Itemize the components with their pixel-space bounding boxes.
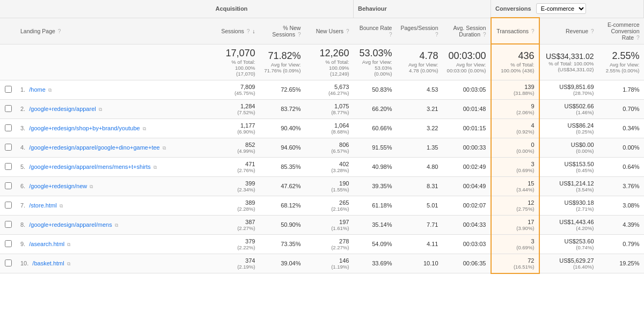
row-checkbox-cell[interactable]: [0, 254, 16, 273]
row-avg-session-value: 00:01:48: [463, 106, 486, 112]
row-num: 7.: [20, 202, 25, 209]
row-pct-new-sessions-cell: 39.04%: [259, 254, 305, 273]
row-checkbox[interactable]: [5, 105, 12, 112]
row-copy-icon[interactable]: ⧉: [143, 126, 146, 131]
row-ecom-rate-cell: 19.25%: [598, 254, 644, 273]
row-page-link[interactable]: /google+redesign/apparel/mens: [29, 221, 112, 228]
row-copy-icon[interactable]: ⧉: [48, 87, 52, 93]
row-page-link[interactable]: /basket.html: [32, 260, 64, 266]
row-landing-page-cell: 8. /google+redesign/apparel/mens ⧉: [16, 215, 211, 234]
row-page-link[interactable]: /asearch.html: [29, 241, 64, 247]
row-page-link[interactable]: /google+redesign/shop+by+brand/youtube: [29, 125, 140, 131]
row-new-users-cell: 806 (6.57%): [305, 138, 353, 157]
row-page-link[interactable]: /google+redesign/new: [29, 183, 87, 189]
row-checkbox[interactable]: [5, 202, 12, 209]
row-revenue-cell: US$930.18 (2.71%): [539, 196, 598, 215]
row-transactions-pct: (3.90%): [496, 225, 535, 231]
new-users-help-icon[interactable]: ?: [346, 28, 349, 34]
row-copy-icon[interactable]: ⧉: [163, 145, 166, 151]
select-all-header: [0, 18, 16, 44]
row-page-link[interactable]: /store.html: [29, 202, 56, 209]
row-checkbox[interactable]: [5, 182, 12, 189]
row-bounce-rate-cell: 50.83%: [353, 80, 396, 99]
revenue-help-icon[interactable]: ?: [591, 28, 594, 34]
pct-new-sessions-help-icon[interactable]: ?: [298, 32, 301, 38]
row-bounce-rate-cell: 39.35%: [353, 176, 396, 196]
row-pages-session-value: 4.11: [427, 241, 438, 247]
row-checkbox-cell[interactable]: [0, 196, 16, 215]
avg-session-help-icon[interactable]: ?: [483, 32, 486, 38]
row-transactions-cell: 12 (2.75%): [491, 196, 539, 215]
pages-session-help-icon[interactable]: ?: [435, 32, 438, 38]
conversions-section-header: Conversions E-commerce Goals: [491, 0, 644, 18]
row-page-link[interactable]: /home: [29, 86, 46, 93]
row-pages-session-value: 5.01: [427, 202, 438, 209]
row-copy-icon[interactable]: ⧉: [60, 203, 63, 209]
row-revenue-pct: (2.71%): [544, 206, 594, 212]
row-pages-session-value: 3.22: [427, 125, 438, 131]
row-new-users-value: 5,673: [334, 84, 349, 90]
row-checkbox-cell[interactable]: [0, 157, 16, 176]
new-users-col-header: New Users ?: [305, 18, 353, 44]
row-pct-new-sessions-value: 50.90%: [281, 221, 301, 228]
row-transactions-cell: 17 (3.90%): [491, 215, 539, 234]
row-new-users-value: 806: [339, 142, 349, 148]
totals-checkbox-cell: [0, 44, 16, 80]
row-pct-new-sessions-value: 39.04%: [281, 260, 301, 266]
row-avg-session-cell: 00:06:35: [443, 254, 491, 273]
row-checkbox[interactable]: [5, 124, 12, 131]
row-checkbox-cell[interactable]: [0, 234, 16, 254]
row-avg-session-value: 00:02:49: [463, 164, 486, 170]
row-new-users-cell: 1,064 (8.68%): [305, 118, 353, 138]
bounce-rate-help-icon[interactable]: ?: [389, 32, 392, 38]
row-checkbox[interactable]: [5, 259, 12, 266]
table-row: 9. /asearch.html ⧉ 379 (2.22%) 73.35% 27…: [0, 234, 644, 254]
row-checkbox-cell[interactable]: [0, 215, 16, 234]
table-row: 6. /google+redesign/new ⧉ 399 (2.34%) 47…: [0, 176, 644, 196]
row-revenue-cell: US$0.00 (0.00%): [539, 138, 598, 157]
row-ecom-rate-value: 1.78%: [623, 86, 639, 93]
row-new-users-value: 197: [339, 219, 349, 225]
row-page-link[interactable]: /google+redesign/apparel/mens/mens+t+shi…: [29, 164, 151, 170]
row-checkbox-cell[interactable]: [0, 176, 16, 196]
ecom-rate-help-icon[interactable]: ?: [636, 35, 640, 41]
row-page-link[interactable]: /google+redesign/apparel/google+dino+gam…: [29, 144, 159, 151]
row-checkbox-cell[interactable]: [0, 138, 16, 157]
row-avg-session-value: 00:02:07: [463, 202, 486, 209]
row-checkbox-cell[interactable]: [0, 80, 16, 99]
row-transactions-cell: 72 (16.51%): [491, 254, 539, 273]
row-transactions-cell: 3 (0.69%): [491, 234, 539, 254]
row-revenue-value: US$86.24: [568, 122, 594, 129]
row-checkbox-cell[interactable]: [0, 99, 16, 118]
row-transactions-pct: (0.69%): [496, 244, 535, 250]
row-revenue-pct: (28.70%): [544, 90, 594, 96]
row-copy-icon[interactable]: ⧉: [99, 107, 102, 112]
row-transactions-cell: 15 (3.44%): [491, 176, 539, 196]
row-checkbox[interactable]: [5, 86, 12, 93]
row-page-link[interactable]: /google+redesign/apparel: [29, 106, 96, 112]
row-ecom-rate-value: 0.79%: [623, 241, 639, 247]
landing-page-help-icon[interactable]: ?: [58, 28, 61, 34]
row-ecom-rate-value: 19.25%: [619, 260, 639, 266]
row-revenue-value: US$253.60: [564, 238, 594, 244]
row-checkbox[interactable]: [5, 240, 12, 247]
sessions-col-header: Sessions ? ↓: [211, 18, 259, 44]
row-checkbox[interactable]: [5, 163, 12, 170]
row-revenue-cell: US$9,851.69 (28.70%): [539, 80, 598, 99]
row-copy-icon[interactable]: ⧉: [67, 242, 70, 247]
sessions-help-icon[interactable]: ?: [247, 28, 250, 34]
row-num: 10.: [20, 260, 28, 266]
row-checkbox[interactable]: [5, 144, 12, 151]
row-new-users-cell: 1,075 (8.77%): [305, 99, 353, 118]
row-checkbox[interactable]: [5, 221, 12, 228]
row-copy-icon[interactable]: ⧉: [115, 222, 118, 228]
row-copy-icon[interactable]: ⧉: [67, 261, 70, 266]
conversions-dropdown[interactable]: E-commerce Goals: [536, 3, 586, 14]
row-copy-icon[interactable]: ⧉: [90, 184, 93, 189]
transactions-help-icon[interactable]: ?: [531, 28, 535, 34]
sessions-sort-icon[interactable]: ↓: [252, 28, 255, 34]
row-checkbox-cell[interactable]: [0, 118, 16, 138]
row-new-users-pct: (8.77%): [309, 109, 349, 115]
row-copy-icon[interactable]: ⧉: [153, 165, 157, 170]
row-revenue-pct: (1.46%): [544, 109, 594, 115]
